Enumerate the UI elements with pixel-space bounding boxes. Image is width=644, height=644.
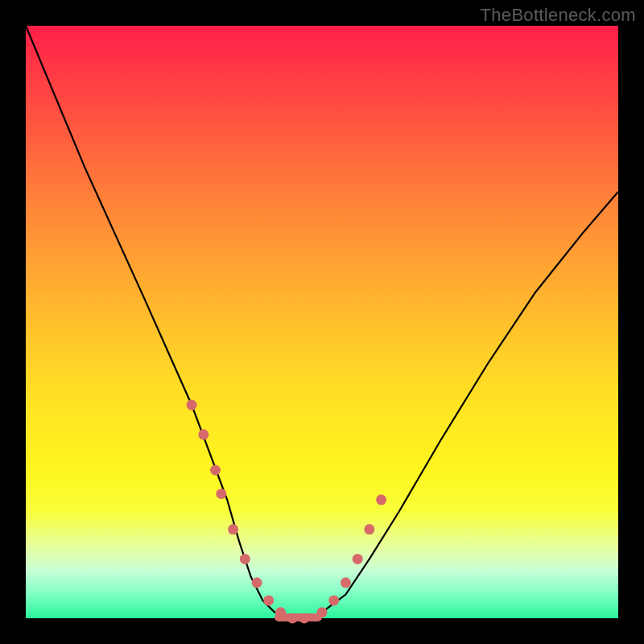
data-marker (216, 489, 226, 499)
plot-area (26, 26, 618, 618)
curve-overlay (26, 26, 618, 618)
data-marker (210, 465, 221, 476)
data-marker (198, 429, 208, 440)
data-marker (240, 554, 250, 564)
data-marker (187, 400, 197, 411)
watermark-text: TheBottleneck.com (481, 5, 636, 26)
bottleneck-curve (26, 26, 618, 618)
data-marker (364, 524, 374, 535)
data-marker (299, 613, 309, 624)
data-marker (341, 577, 351, 588)
data-marker (328, 595, 339, 605)
data-marker (263, 595, 274, 605)
data-marker (353, 554, 363, 564)
marker-group (187, 400, 387, 624)
chart-stage: TheBottleneck.com (0, 0, 644, 644)
data-marker (228, 524, 238, 535)
data-marker (287, 613, 298, 624)
data-marker (275, 607, 286, 617)
data-marker (376, 494, 386, 505)
data-marker (317, 607, 328, 617)
data-marker (252, 577, 262, 588)
